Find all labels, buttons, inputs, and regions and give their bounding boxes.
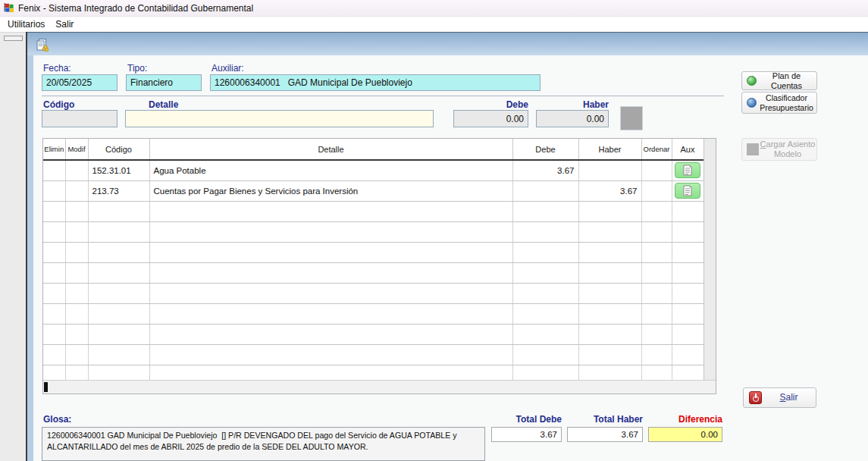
fecha-label: Fecha: (43, 63, 71, 74)
table-row[interactable]: 213.73 Cuentas por Pagar Bienes y Servic… (43, 180, 703, 201)
table-empty-row (43, 262, 703, 283)
auxiliar-label: Auxiliar: (212, 63, 244, 74)
clasificador-presupuestario-button[interactable]: Clasificador Presupuestario (741, 92, 817, 114)
codigo-label: Código (43, 99, 74, 110)
clasificador-line2: Presupuestario (760, 103, 813, 112)
table-empty-row (43, 324, 703, 344)
cell-ordenar[interactable] (641, 180, 672, 201)
add-entry-button[interactable] (620, 106, 643, 130)
haber-label: Haber (536, 99, 609, 110)
total-haber-field (567, 427, 643, 442)
salir-button[interactable]: Salir (743, 387, 816, 408)
cell-modif[interactable] (65, 180, 88, 201)
tipo-input[interactable] (126, 74, 202, 91)
document-copy-icon (35, 38, 49, 52)
main-panel: Fecha: Tipo: Auxiliar: Código Detalle De… (33, 55, 868, 461)
cargar-asiento-label: Cargar Asiento Modelo (759, 140, 816, 158)
window-title: Fenix - Sistema Integrado de Contabilida… (18, 3, 253, 14)
col-header-codigo: Código (88, 139, 149, 160)
tipo-label: Tipo: (127, 63, 147, 74)
table-empty-row (43, 303, 703, 324)
debe-input[interactable] (453, 110, 528, 127)
cargar-mnemonic: C (760, 140, 766, 149)
haber-input[interactable] (536, 110, 609, 127)
plan-de-cuentas-label: Plan de Cuentas (757, 71, 816, 90)
plan-de-cuentas-button[interactable]: Plan de Cuentas (741, 71, 817, 90)
left-collapsed-panel (0, 32, 26, 461)
notepad-icon (683, 165, 692, 176)
diferencia-field (648, 427, 722, 442)
menu-salir[interactable]: Salir (50, 17, 79, 31)
separator-line (42, 96, 724, 96)
cell-aux (672, 180, 703, 201)
clasificador-label: Clasificador Presupuestario (757, 93, 816, 111)
panel-collapse-handle[interactable] (4, 36, 23, 41)
title-bar: Fenix - Sistema Integrado de Contabilida… (0, 0, 868, 17)
auxiliar-input[interactable] (210, 74, 541, 91)
table-empty-row (43, 221, 703, 242)
cell-detalle: Agua Potable (149, 160, 512, 180)
new-document-button[interactable] (33, 36, 51, 54)
glosa-textbox[interactable]: 1260006340001 GAD Municipal De Pueblovie… (42, 427, 485, 461)
col-header-modif: Modif (65, 139, 88, 160)
cargar-line2: Modelo (774, 149, 801, 158)
notepad-icon (683, 185, 692, 196)
total-haber-label: Total Haber (567, 414, 643, 425)
diferencia-label: Diferencia (648, 414, 722, 425)
col-header-elimin: Elimin (43, 139, 65, 160)
table-row[interactable]: 152.31.01 Agua Potable 3.67 (43, 160, 703, 180)
power-icon (749, 391, 762, 404)
horizontal-scrollbar-thumb[interactable] (44, 382, 48, 392)
col-header-haber: Haber (578, 139, 641, 160)
cell-codigo: 152.31.01 (88, 160, 149, 180)
entries-grid: Elimin Modif Código Detalle Debe Haber O… (42, 138, 716, 394)
cell-elimin[interactable] (43, 180, 65, 201)
horizontal-scrollbar[interactable] (43, 380, 716, 394)
vertical-scrollbar[interactable] (703, 139, 716, 381)
debe-label: Debe (453, 99, 528, 110)
col-header-detalle: Detalle (149, 139, 512, 160)
cell-ordenar[interactable] (641, 160, 672, 180)
table-header-row: Elimin Modif Código Detalle Debe Haber O… (43, 139, 703, 160)
clasificador-line1: Clasificador (766, 93, 807, 102)
codigo-input[interactable] (42, 110, 118, 127)
cell-debe (512, 180, 578, 201)
col-header-ordenar: Ordenar (641, 139, 672, 160)
cell-elimin[interactable] (43, 160, 65, 180)
menu-bar: Utilitarios Salir (0, 17, 868, 32)
gray-square-icon (747, 143, 759, 155)
application-window: Fenix - Sistema Integrado de Contabilida… (0, 0, 868, 461)
cargar-asiento-modelo-button[interactable]: Cargar Asiento Modelo (741, 138, 817, 161)
col-header-debe: Debe (512, 139, 578, 160)
fecha-input[interactable] (42, 74, 118, 91)
table-empty-row (43, 344, 703, 365)
cell-codigo: 213.73 (88, 180, 149, 201)
aux-detail-button[interactable] (675, 183, 700, 199)
cargar-rest: argar Asiento (766, 140, 816, 149)
toolbar (27, 32, 868, 55)
salir-label: Salir (762, 393, 816, 403)
menu-utilitarios[interactable]: Utilitarios (2, 17, 50, 31)
total-debe-field (491, 427, 562, 442)
blue-sphere-icon (747, 98, 757, 108)
total-debe-label: Total Debe (491, 414, 562, 425)
green-sphere-icon (747, 76, 757, 86)
cell-haber: 3.67 (578, 180, 641, 201)
glosa-label: Glosa: (43, 414, 71, 425)
table-empty-row (43, 283, 703, 303)
cell-detalle: Cuentas por Pagar Bienes y Servicios par… (149, 180, 512, 201)
table-empty-row (43, 242, 703, 262)
table-body: 152.31.01 Agua Potable 3.67 (43, 160, 703, 394)
cell-aux (672, 160, 703, 180)
detalle-label: Detalle (149, 99, 178, 110)
table-empty-row (43, 201, 703, 221)
form-area: Fecha: Tipo: Auxiliar: Código Detalle De… (27, 32, 868, 461)
salir-rest: alir (786, 392, 798, 403)
entries-table: Elimin Modif Código Detalle Debe Haber O… (43, 139, 704, 394)
cell-debe: 3.67 (512, 160, 578, 180)
cell-modif[interactable] (65, 160, 88, 180)
detalle-input[interactable] (125, 110, 434, 127)
app-icon (3, 2, 14, 14)
aux-detail-button[interactable] (675, 162, 700, 178)
col-header-aux: Aux (672, 139, 703, 160)
